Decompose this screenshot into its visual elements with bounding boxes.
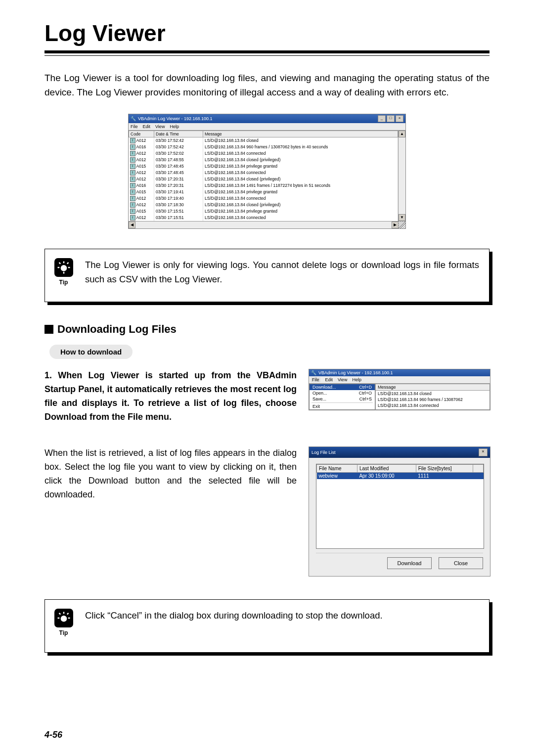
svg-rect-6 <box>66 262 68 264</box>
horizontal-scrollbar[interactable]: ◀ ▶ <box>129 221 405 228</box>
mini-message-table: Message LS/D@192.168.13.84 closed LS/D@1… <box>375 384 490 410</box>
menu-edit[interactable]: Edit <box>143 124 151 129</box>
resize-gripper[interactable] <box>399 222 405 228</box>
table-row[interactable]: LS/D@192.168.13.84 closed <box>376 391 490 397</box>
info-icon: i <box>130 151 135 156</box>
step-2-text: When the list is retrieved, a list of lo… <box>44 446 297 577</box>
vertical-scrollbar[interactable]: ▲ ▼ <box>398 131 405 221</box>
info-icon: i <box>130 170 135 176</box>
table-row[interactable]: LS/D@192.168.13.84 connected <box>376 402 490 408</box>
file-list[interactable]: File Name Last Modified File Size[bytes]… <box>316 464 484 549</box>
svg-rect-5 <box>58 262 60 264</box>
info-icon: i <box>130 209 135 214</box>
info-icon: i <box>130 183 135 188</box>
col-file-size[interactable]: File Size[bytes] <box>416 465 473 473</box>
scroll-up-arrow[interactable]: ▲ <box>399 131 405 137</box>
svg-rect-2 <box>63 272 64 274</box>
scroll-left-arrow[interactable]: ◀ <box>129 222 135 228</box>
table-row[interactable]: iA01203/30 17:15:51LS/D@192.168.13.84 co… <box>129 215 398 221</box>
divider-thick <box>44 50 490 53</box>
window-title-bar[interactable]: 🔧 VBAdmin Log Viewer - 192.168.100.1 _ □… <box>129 114 405 123</box>
table-row[interactable]: iA01203/30 17:52:02LS/D@192.168.13.84 co… <box>129 150 398 157</box>
file-row-selected[interactable]: webview Apr 30 15:09:00 1111 <box>317 473 484 480</box>
dd-save[interactable]: Save...Ctrl+S <box>310 396 375 402</box>
svg-rect-9 <box>57 618 59 619</box>
section-heading-text: Downloading Log Files <box>57 323 177 336</box>
table-row[interactable]: iA01203/30 17:18:30LS/D@192.168.13.84 cl… <box>129 202 398 208</box>
scroll-right-arrow[interactable]: ▶ <box>392 222 399 228</box>
log-table[interactable]: Code Date & Time Message iA01203/30 17:5… <box>129 131 398 221</box>
table-row[interactable]: LS/D@192.168.13.84 960 frames / 13087062 <box>376 397 490 402</box>
menu-file[interactable]: File <box>131 124 138 129</box>
close-dialog-button[interactable]: Close <box>439 557 483 569</box>
svg-rect-11 <box>58 613 60 615</box>
svg-rect-4 <box>68 267 70 268</box>
window-title-bar[interactable]: 🔧 VBAdmin Log Viewer - 192.168.100.1 <box>309 369 490 376</box>
table-row[interactable]: iA01603/30 17:52:42LS/D@192.168.13.84 96… <box>129 144 398 150</box>
svg-rect-8 <box>63 612 64 614</box>
table-row[interactable]: iA01503/30 17:48:45LS/D@192.168.13.84 pr… <box>129 163 398 170</box>
section-heading: Downloading Log Files <box>44 323 490 336</box>
close-button[interactable]: × <box>396 115 403 122</box>
info-icon: i <box>130 215 135 221</box>
tip-label: Tip <box>50 279 77 286</box>
chapter-title: Log Viewer <box>44 20 490 46</box>
tip-box-2: Tip Click “Cancel” in the dialog box dur… <box>44 599 490 653</box>
col-datetime[interactable]: Date & Time <box>154 131 203 137</box>
dropdown-separator <box>312 402 373 403</box>
info-icon: i <box>130 202 135 208</box>
col-file-name[interactable]: File Name <box>317 465 357 473</box>
table-row[interactable]: iA01503/30 17:19:41LS/D@192.168.13.84 pr… <box>129 189 398 195</box>
step-1-text: 1. When Log Viewer is started up from th… <box>44 369 297 424</box>
table-row[interactable]: iA01203/30 17:19:40LS/D@192.168.13.84 co… <box>129 195 398 202</box>
svg-rect-12 <box>66 613 68 615</box>
table-row[interactable]: iA01203/30 17:48:45LS/D@192.168.13.84 co… <box>129 170 398 176</box>
menu-edit[interactable]: Edit <box>325 377 333 382</box>
file-menu-window: 🔧 VBAdmin Log Viewer - 192.168.100.1 Fil… <box>309 369 490 410</box>
file-dropdown[interactable]: Download...Ctrl+D Open...Ctrl+O Save...C… <box>309 384 375 410</box>
window-title: VBAdmin Log Viewer - 192.168.100.1 <box>318 370 488 375</box>
close-button[interactable]: × <box>479 448 488 456</box>
sub-heading: How to download <box>49 345 133 359</box>
download-button[interactable]: Download <box>387 557 432 569</box>
info-icon: i <box>130 157 135 163</box>
dialog-title-bar[interactable]: Log File List × <box>309 447 490 458</box>
app-icon: 🔧 <box>311 370 316 375</box>
col-message[interactable]: Message <box>203 131 398 137</box>
menu-help[interactable]: Help <box>352 377 361 382</box>
menu-view[interactable]: View <box>338 377 347 382</box>
table-row[interactable]: iA01203/30 17:48:55LS/D@192.168.13.84 cl… <box>129 157 398 163</box>
menu-bar[interactable]: File Edit View Help <box>309 376 490 384</box>
table-row[interactable]: iA01203/30 17:52:42LS/D@192.168.13.84 cl… <box>129 137 398 144</box>
menu-bar[interactable]: File Edit View Help <box>129 123 405 131</box>
maximize-button[interactable]: □ <box>387 115 395 122</box>
minimize-button[interactable]: _ <box>378 115 386 122</box>
info-icon: i <box>130 177 135 182</box>
dialog-title: Log File List <box>312 450 479 455</box>
tip-text: Click “Cancel” in the dialog box during … <box>85 609 479 623</box>
square-bullet-icon <box>44 325 53 334</box>
menu-view[interactable]: View <box>155 124 165 129</box>
col-code[interactable]: Code <box>129 131 154 137</box>
dd-exit[interactable]: Exit <box>310 403 375 409</box>
scroll-down-arrow[interactable]: ▼ <box>399 214 405 221</box>
info-icon: i <box>130 164 135 169</box>
app-icon: 🔧 <box>131 116 136 121</box>
table-row[interactable]: iA01603/30 17:20:31LS/D@192.168.13.84 14… <box>129 182 398 189</box>
table-row[interactable]: iA01503/30 17:15:51LS/D@192.168.13.84 pr… <box>129 208 398 215</box>
col-last-modified[interactable]: Last Modified <box>357 465 416 473</box>
menu-help[interactable]: Help <box>170 124 179 129</box>
dd-download[interactable]: Download...Ctrl+D <box>310 384 375 390</box>
window-title: VBAdmin Log Viewer - 192.168.100.1 <box>138 116 378 121</box>
table-row[interactable]: iA01203/30 17:20:31LS/D@192.168.13.84 cl… <box>129 176 398 182</box>
svg-point-7 <box>60 616 67 622</box>
tip-text: The Log Viewer is only for viewing logs.… <box>85 258 479 286</box>
tip-icon <box>54 609 73 627</box>
tip-box-1: Tip The Log Viewer is only for viewing l… <box>44 249 490 302</box>
col-message[interactable]: Message <box>376 384 490 391</box>
svg-point-0 <box>60 265 67 271</box>
menu-file[interactable]: File <box>311 377 320 382</box>
dd-open[interactable]: Open...Ctrl+O <box>310 390 375 396</box>
intro-paragraph: The Log Viewer is a tool for downloading… <box>44 71 490 100</box>
page-number: 4-56 <box>44 730 62 740</box>
